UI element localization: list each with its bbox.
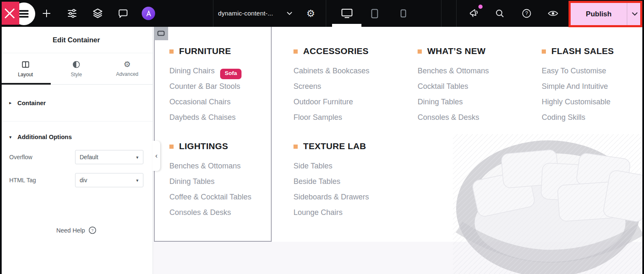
megaphone-icon — [469, 8, 480, 19]
menu-link[interactable]: Simple And Intuitive — [542, 79, 614, 94]
menu-link[interactable]: Screens — [293, 79, 369, 94]
field-label: HTML Tag — [9, 177, 36, 184]
close-annotation-marker[interactable] — [0, 2, 19, 25]
plus-icon — [42, 8, 52, 18]
avatar — [142, 7, 155, 20]
device-tablet-button[interactable] — [367, 6, 382, 21]
menu-link[interactable]: Side Tables — [293, 158, 369, 174]
menu-heading: ACCESSORIES — [293, 46, 369, 56]
menu-link[interactable]: Highly Customisable — [542, 94, 614, 110]
close-x-icon — [3, 5, 17, 21]
menu-link[interactable]: Lounge Chairs — [293, 205, 369, 220]
comment-icon — [118, 8, 128, 19]
svg-text:?: ? — [525, 10, 528, 16]
topbar-divider — [456, 0, 457, 27]
tab-advanced[interactable]: ⚙ Advanced — [102, 53, 153, 84]
topbar-divider — [441, 0, 441, 27]
desktop-icon — [341, 8, 353, 18]
menu-link[interactable]: Dining Tables — [418, 94, 489, 110]
caret-right-icon: ▸ — [9, 100, 12, 106]
finder-search-button[interactable] — [492, 6, 507, 21]
panel-collapse-handle[interactable]: ‹ — [153, 141, 160, 171]
menu-link[interactable]: Beside Tables — [293, 174, 369, 189]
layers-icon — [92, 8, 103, 19]
mobile-icon — [400, 9, 406, 18]
menu-link[interactable]: Dining Tables — [169, 174, 251, 189]
menu-link[interactable]: Consoles & Desks — [418, 110, 489, 125]
overflow-select[interactable]: Default ▼ — [75, 150, 143, 164]
section-container[interactable]: ▸ Container — [0, 85, 153, 121]
svg-text:?: ? — [91, 228, 93, 233]
topbar-divider — [213, 0, 213, 27]
menu-group-title: FLASH SALES — [551, 46, 614, 56]
daybed-product-image — [453, 134, 644, 274]
menu-link[interactable]: Easy To Customise — [542, 63, 614, 79]
container-drag-handle[interactable] — [154, 26, 168, 40]
select-caret-icon: ▼ — [135, 178, 139, 183]
document-switcher[interactable] — [282, 6, 297, 21]
notes-button[interactable] — [115, 6, 130, 21]
device-desktop-button[interactable] — [339, 6, 354, 21]
menu-group-accessories: ACCESSORIES Cabinets & Bookcases Screens… — [293, 46, 369, 125]
select-caret-icon: ▼ — [135, 155, 139, 160]
bullet-icon — [542, 49, 546, 54]
menu-link[interactable]: Consoles & Desks — [169, 205, 251, 220]
html-tag-select[interactable]: div ▼ — [75, 173, 143, 187]
menu-link[interactable]: Benches & Ottomans — [418, 63, 489, 79]
tab-label: Style — [71, 72, 82, 78]
style-icon — [72, 60, 80, 69]
search-icon — [495, 8, 505, 18]
menu-heading: WHAT’S NEW — [418, 46, 489, 56]
menu-link[interactable]: Sideboards & Drawers — [293, 189, 369, 205]
menu-group-furniture: FURNITURE Dining Chairs Sofa Counter & B… — [169, 46, 242, 125]
site-settings-button[interactable] — [65, 6, 80, 21]
layout-icon — [21, 60, 30, 69]
menu-link[interactable]: Benches & Ottomans — [169, 158, 251, 174]
chevron-down-icon — [287, 12, 292, 15]
panel-tabs: Layout Style ⚙ Advanced — [0, 53, 153, 85]
menu-link[interactable]: Occasional Chairs — [169, 94, 242, 110]
menu-link[interactable]: Daybeds & Chaises — [169, 110, 242, 125]
menu-link[interactable]: Counter & Bar Stools — [169, 79, 242, 94]
menu-group-texture-lab: TEXTURE LAB Side Tables Beside Tables Si… — [293, 141, 369, 220]
tab-style[interactable]: Style — [51, 53, 101, 84]
active-tab-indicator — [0, 83, 51, 85]
add-element-button[interactable] — [39, 6, 54, 21]
structure-button[interactable] — [90, 6, 105, 21]
preview-button[interactable] — [545, 6, 561, 21]
tab-label: Layout — [18, 72, 33, 78]
menu-link[interactable]: Cabinets & Bookcases — [293, 63, 369, 79]
page-settings-button[interactable]: ⚙ — [303, 6, 318, 21]
overflow-control: Overflow Default ▼ — [9, 150, 143, 164]
help-button[interactable]: ? — [519, 6, 534, 21]
device-mobile-button[interactable] — [396, 6, 411, 21]
gear-icon: ⚙ — [124, 60, 131, 68]
menu-link[interactable]: Coding Skills — [542, 110, 614, 125]
hamburger-icon — [19, 9, 29, 19]
need-help-link[interactable]: Need Help ? — [0, 226, 153, 234]
elementor-editor: FURNITURE Dining Chairs Sofa Counter & B… — [0, 0, 644, 274]
panel-title: Edit Container — [53, 36, 100, 44]
section-additional-options[interactable]: ▾ Additional Options — [0, 124, 153, 150]
bullet-icon — [418, 49, 422, 54]
whats-new-button[interactable] — [467, 6, 482, 21]
select-value: div — [80, 177, 87, 184]
menu-link[interactable]: Coffee & Cocktail Tables — [169, 189, 251, 205]
topbar-divider — [326, 0, 326, 27]
section-label: Additional Options — [18, 134, 72, 140]
menu-link[interactable]: Floor Samples — [293, 110, 369, 125]
menu-link[interactable]: Outdoor Furniture — [293, 94, 369, 110]
menu-link[interactable]: Dining Chairs Sofa — [169, 63, 242, 79]
menu-heading: LIGHTINGS — [169, 141, 251, 151]
menu-group-title: TEXTURE LAB — [303, 141, 366, 151]
help-icon: ? — [522, 8, 532, 18]
window-frame-edge — [642, 0, 644, 274]
select-value: Default — [80, 154, 98, 160]
app-avatar-button[interactable] — [141, 6, 156, 21]
document-name[interactable]: dynamic-content-... — [218, 0, 273, 27]
bullet-icon — [293, 145, 298, 149]
tablet-icon — [371, 9, 378, 18]
tab-layout[interactable]: Layout — [0, 53, 51, 84]
sliders-icon — [67, 8, 78, 19]
menu-link[interactable]: Cocktail Tables — [418, 79, 489, 94]
